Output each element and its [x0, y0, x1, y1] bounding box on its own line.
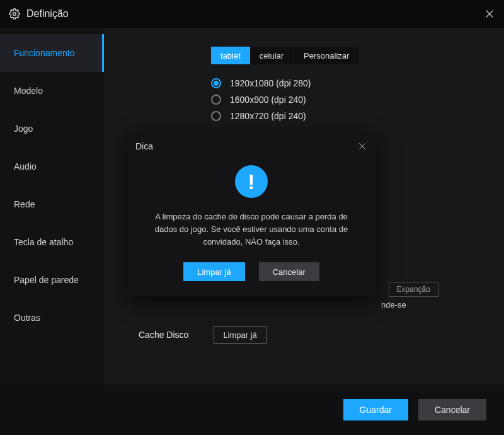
cache-disk-label: Cache Disco — [139, 330, 188, 340]
tab-personalizar[interactable]: Personalizar — [294, 47, 358, 64]
gear-icon — [9, 8, 20, 20]
sidebar-item-audio[interactable]: Audio — [0, 148, 104, 185]
tab-tablet[interactable]: tablet — [211, 47, 250, 64]
sidebar-item-tecla-atalho[interactable]: Tecla de atalho — [0, 223, 104, 261]
radio-1600x900[interactable]: 1600x900 (dpi 240) — [211, 95, 504, 105]
exclamation-icon: ! — [235, 165, 268, 198]
dialog-close-icon[interactable] — [357, 141, 367, 151]
sidebar-item-label: Outras — [14, 313, 40, 323]
sidebar-item-label: Tecla de atalho — [14, 237, 73, 247]
confirm-dialog: Dica ! A limpeza do cache de disco pode … — [127, 134, 376, 296]
cache-disk-row: Cache Disco Limpar já — [139, 326, 504, 344]
radio-label: 1920x1080 (dpi 280) — [230, 78, 311, 88]
resolution-tabs: tablet celular Personalizar — [211, 47, 504, 64]
tab-celular[interactable]: celular — [250, 47, 293, 64]
tab-label: Personalizar — [304, 51, 349, 61]
sidebar-item-label: Funcionamento — [14, 48, 75, 58]
radio-icon — [211, 78, 221, 88]
sidebar-item-papel-parede[interactable]: Papel de parede — [0, 261, 104, 299]
dialog-cancel-button[interactable]: Cancelar — [259, 262, 319, 281]
dialog-title: Dica — [135, 141, 357, 151]
close-icon[interactable] — [484, 8, 495, 20]
sidebar-item-label: Jogo — [14, 124, 33, 134]
sidebar-item-label: Modelo — [14, 86, 43, 96]
sidebar-item-jogo[interactable]: Jogo — [0, 110, 104, 148]
radio-label: 1600x900 (dpi 240) — [230, 95, 306, 105]
sidebar-item-modelo[interactable]: Modelo — [0, 72, 104, 110]
sidebar-item-rede[interactable]: Rede — [0, 185, 104, 223]
clear-cache-button[interactable]: Limpar já — [214, 326, 266, 344]
radio-icon — [211, 95, 221, 105]
recommend-text-tail: nde-se — [381, 300, 406, 310]
radio-1280x720[interactable]: 1280x720 (dpi 240) — [211, 111, 504, 121]
dialog-confirm-button[interactable]: Limpar já — [183, 262, 244, 281]
cancel-button[interactable]: Cancelar — [418, 399, 486, 420]
dialog-header: Dica — [127, 134, 376, 159]
titlebar: Definição — [0, 0, 504, 28]
sidebar-item-label: Rede — [14, 199, 35, 209]
radio-label: 1280x720 (dpi 240) — [230, 111, 306, 121]
sidebar-item-funcionamento[interactable]: Funcionamento — [0, 34, 104, 72]
tab-label: celular — [260, 51, 284, 61]
radio-1920x1080[interactable]: 1920x1080 (dpi 280) — [211, 78, 504, 88]
sidebar: Funcionamento Modelo Jogo Audio Rede Tec… — [0, 28, 104, 385]
radio-icon — [211, 111, 221, 121]
dialog-buttons: Limpar já Cancelar — [127, 248, 376, 296]
footer: Guardar Cancelar — [0, 385, 504, 435]
sidebar-item-label: Audio — [14, 161, 37, 171]
sidebar-item-label: Papel de parede — [14, 275, 79, 285]
dialog-message: A limpeza do cache de disco pode causar … — [127, 198, 376, 248]
window-title: Definição — [26, 8, 484, 20]
sidebar-item-outras[interactable]: Outras — [0, 299, 104, 337]
expand-button[interactable]: Expanção — [389, 282, 438, 297]
resolution-radios: 1920x1080 (dpi 280) 1600x900 (dpi 240) 1… — [211, 78, 504, 121]
save-button[interactable]: Guardar — [343, 399, 408, 420]
svg-point-0 — [13, 13, 16, 16]
tab-label: tablet — [220, 51, 241, 61]
